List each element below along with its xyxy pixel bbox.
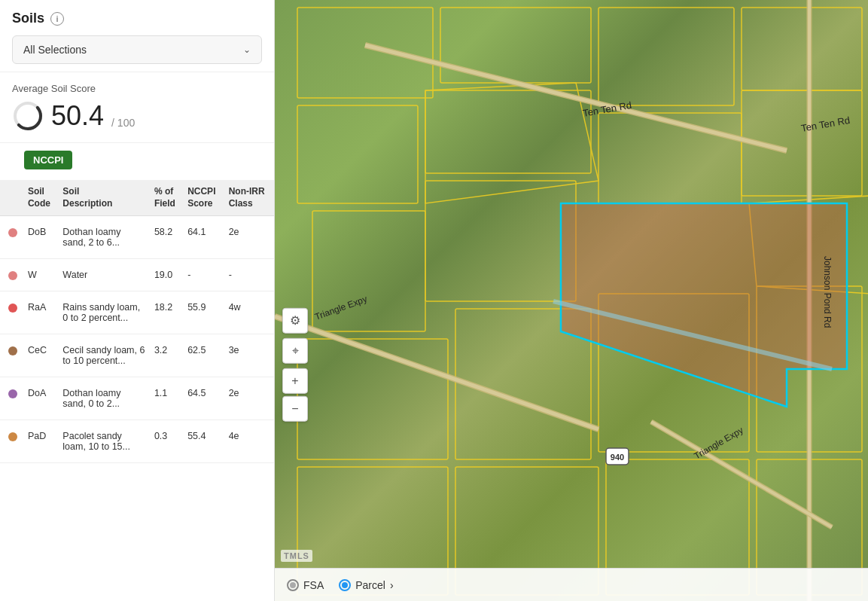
non-irr-class-cell: 2e [224,216,274,259]
score-section: Average Soil Score 50.4 / 100 [0,72,274,143]
soil-color-dot [8,228,17,237]
soil-description-cell: Dothan loamy sand, 0 to 2... [58,377,150,420]
col-pct-field: % ofField [150,180,183,216]
non-irr-class-cell: 3e [224,334,274,377]
map-location-button[interactable]: ⌖ [282,338,308,364]
map-controls: ⚙ ⌖ + − [282,308,308,422]
dot-cell [0,377,23,420]
soil-description-cell: Cecil sandy loam, 6 to 10 percent... [58,334,150,377]
panel-title-row: Soils i [12,11,262,26]
nccpi-badge[interactable]: NCCPI [24,151,72,169]
non-irr-class-cell: 4w [224,291,274,334]
nccpi-score-cell: 55.4 [183,420,224,463]
pct-field-cell: 18.2 [150,291,183,334]
soil-code-cell: CeC [23,334,58,377]
soil-color-dot [8,271,17,280]
svg-marker-22 [561,203,847,407]
pct-field-cell: 1.1 [150,377,183,420]
panel-title-text: Soils [12,11,44,26]
dot-cell [0,216,23,259]
col-non-irr: Non-IRRClass [224,180,274,216]
soil-code-cell: PaD [23,420,58,463]
fsa-radio[interactable]: FSA [287,579,324,591]
table-row: DoA Dothan loamy sand, 0 to 2... 1.1 64.… [0,377,274,420]
nccpi-score-cell: 64.1 [183,216,224,259]
map-zoom-out-button[interactable]: − [282,396,308,422]
table-row: PaD Pacolet sandy loam, 10 to 15... 0.3 … [0,420,274,463]
map-svg-overlay: Ten Ten Rd Ten Ten Rd Triangle Expy John… [275,0,868,601]
col-dot [0,180,23,216]
svg-rect-5 [742,8,862,90]
svg-rect-8 [598,113,742,203]
fsa-radio-button[interactable] [287,579,299,591]
pct-field-cell: 0.3 [150,420,183,463]
svg-text:Triangle Expy: Triangle Expy [313,294,368,322]
pct-field-cell: 3.2 [150,334,183,377]
svg-rect-6 [297,105,418,203]
table-row: W Water 19.0 - - [0,259,274,291]
table-row: RaA Rains sandy loam, 0 to 2 percent... … [0,291,274,334]
soil-color-dot [8,389,17,398]
svg-text:Johnson Pond Rd: Johnson Pond Rd [822,256,833,328]
col-soil-code: SoilCode [23,180,58,216]
chevron-down-icon: ⌄ [243,44,251,55]
svg-rect-4 [598,8,734,105]
soil-description-cell: Rains sandy loam, 0 to 2 percent... [58,291,150,334]
table-row: CeC Cecil sandy loam, 6 to 10 percent...… [0,334,274,377]
score-value: 50.4 [51,102,104,130]
dropdown-label: All Selections [23,44,87,56]
soil-description-cell: Dothan loamy sand, 2 to 6... [58,216,150,259]
soil-code-cell: DoB [23,216,58,259]
info-icon[interactable]: i [50,12,64,26]
parcel-radio[interactable]: Parcel › [339,579,393,591]
soil-code-cell: RaA [23,291,58,334]
panel-header: Soils i All Selections ⌄ [0,0,274,72]
svg-rect-10 [425,181,576,301]
non-irr-class-cell: 4e [224,420,274,463]
dot-cell [0,259,23,291]
svg-rect-2 [297,8,433,98]
table-header-row: SoilCode SoilDescription % ofField NCCPI… [0,180,274,216]
soil-color-dot [8,346,17,355]
parcel-label: Parcel [355,579,385,591]
soil-color-dot [8,432,17,441]
map-zoom-in-button[interactable]: + [282,368,308,394]
score-denominator: / 100 [111,117,135,129]
score-label: Average Soil Score [12,83,262,94]
score-ring-icon [12,100,44,132]
soil-description-cell: Pacolet sandy loam, 10 to 15... [58,420,150,463]
dot-cell [0,420,23,463]
pct-field-cell: 19.0 [150,259,183,291]
col-soil-desc: SoilDescription [58,180,150,216]
nccpi-score-cell: 62.5 [183,334,224,377]
map-area: Ten Ten Rd Ten Ten Rd Triangle Expy John… [275,0,868,601]
soil-color-dot [8,304,17,313]
dot-cell [0,291,23,334]
svg-text:940: 940 [611,453,624,462]
table-row: DoB Dothan loamy sand, 2 to 6... 58.2 64… [0,216,274,259]
svg-text:Triangle Expy: Triangle Expy [693,425,745,462]
soil-code-cell: W [23,259,58,291]
parcel-arrow-icon[interactable]: › [390,579,394,591]
score-display: 50.4 / 100 [12,100,262,132]
non-irr-class-cell: - [224,259,274,291]
soil-description-cell: Water [58,259,150,291]
non-irr-class-cell: 2e [224,377,274,420]
svg-rect-12 [297,339,448,459]
soil-table: SoilCode SoilDescription % ofField NCCPI… [0,180,274,463]
parcel-radio-button[interactable] [339,579,351,591]
dot-cell [0,334,23,377]
map-bottom-bar: FSA Parcel › [275,568,868,601]
col-nccpi-score: NCCPIScore [183,180,224,216]
nccpi-score-cell: - [183,259,224,291]
svg-marker-20 [425,83,598,203]
map-settings-button[interactable]: ⚙ [282,308,308,334]
left-panel: Soils i All Selections ⌄ Average Soil Sc… [0,0,275,601]
all-selections-dropdown[interactable]: All Selections ⌄ [12,35,262,64]
fsa-label: FSA [303,579,324,591]
pct-field-cell: 58.2 [150,216,183,259]
nccpi-score-cell: 64.5 [183,377,224,420]
map-logo: TMLS [281,550,312,562]
soil-code-cell: DoA [23,377,58,420]
nccpi-score-cell: 55.9 [183,291,224,334]
